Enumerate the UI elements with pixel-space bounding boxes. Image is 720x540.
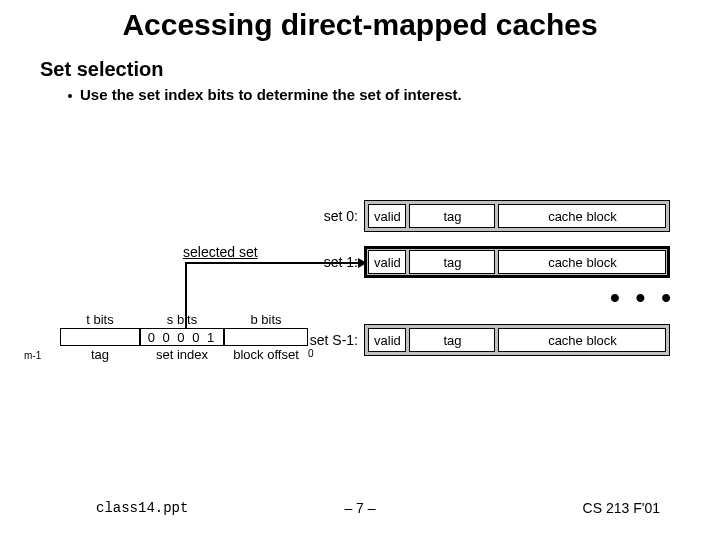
set-label: set 0: (300, 208, 358, 224)
valid-cell: valid (368, 328, 406, 352)
section-heading: Set selection (40, 58, 163, 81)
set-label: set 1: (300, 254, 358, 270)
valid-cell: valid (368, 250, 406, 274)
addr-below-b: block offset (224, 347, 308, 362)
addr-below-s: set index (140, 347, 224, 362)
block-cell: cache block (498, 204, 666, 228)
addr-box-t (60, 328, 140, 346)
cache-set-row-selected: set 1: valid tag cache block (300, 246, 670, 278)
addr-header-b: b bits (224, 312, 308, 327)
addr-below-t: tag (60, 347, 140, 362)
addr-header-t: t bits (60, 312, 140, 327)
set-box: valid tag cache block (364, 246, 670, 278)
tag-cell: tag (409, 250, 495, 274)
set-box: valid tag cache block (364, 324, 670, 356)
set-label: set S-1: (300, 332, 358, 348)
addr-m-label: m-1 (24, 350, 41, 361)
addr-zero-label: 0 (308, 348, 314, 359)
page-title: Accessing direct-mapped caches (0, 8, 720, 42)
block-cell: cache block (498, 250, 666, 274)
set-box: valid tag cache block (364, 200, 670, 232)
cache-set-row: set S-1: valid tag cache block (300, 324, 670, 356)
ellipsis: • • • (610, 282, 675, 314)
bullet-line: Use the set index bits to determine the … (68, 86, 462, 103)
tag-cell: tag (409, 328, 495, 352)
address-diagram: t bits s bits b bits 0 0 0 0 1 tag set i… (60, 312, 308, 362)
addr-box-s: 0 0 0 0 1 (140, 328, 224, 346)
cache-set-row: set 0: valid tag cache block (300, 200, 670, 232)
addr-header-s: s bits (140, 312, 224, 327)
addr-box-b (224, 328, 308, 346)
footer-course: CS 213 F'01 (583, 500, 660, 516)
selected-set-label: selected set (183, 244, 258, 260)
block-cell: cache block (498, 328, 666, 352)
tag-cell: tag (409, 204, 495, 228)
valid-cell: valid (368, 204, 406, 228)
bullet-text: Use the set index bits to determine the … (80, 86, 462, 103)
bullet-icon (68, 94, 72, 98)
